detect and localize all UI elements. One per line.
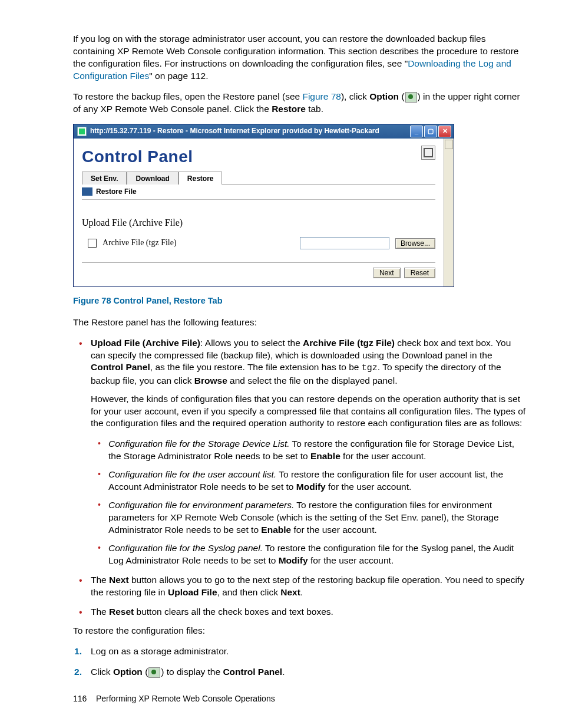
text: for the user account. bbox=[340, 451, 427, 461]
text: and select the file on the displayed pan… bbox=[227, 375, 398, 386]
upload-file-row: Archive File (tgz File) Browse... bbox=[82, 235, 435, 255]
features-intro: The Restore panel has the following feat… bbox=[73, 317, 527, 329]
option-icon bbox=[405, 92, 417, 103]
list-item: The Next button allows you to go to the … bbox=[73, 574, 527, 599]
control-panel-heading-row: Control Panel bbox=[82, 146, 435, 168]
text: Modify bbox=[279, 555, 308, 565]
text: , as the file you restore. The file exte… bbox=[150, 362, 362, 372]
text: Reset bbox=[109, 607, 134, 617]
divider bbox=[82, 262, 435, 263]
list-item: Configuration file for the Storage Devic… bbox=[91, 438, 527, 463]
text: Enable bbox=[261, 525, 291, 535]
text: Configuration file for the user account … bbox=[108, 469, 276, 479]
list-item: The Reset button clears all the check bo… bbox=[73, 606, 527, 618]
text: Click bbox=[91, 667, 113, 677]
sub-list: Configuration file for the Storage Devic… bbox=[91, 438, 527, 566]
close-button[interactable]: ✕ bbox=[438, 126, 451, 137]
page-number: 116 bbox=[73, 694, 87, 703]
text: tab. bbox=[306, 104, 323, 114]
link-figure-78[interactable]: Figure 78 bbox=[302, 91, 340, 101]
control-panel-title: Control Panel bbox=[82, 146, 193, 168]
subtab-swatch bbox=[82, 187, 92, 196]
text: Enable bbox=[310, 451, 340, 461]
minimize-button[interactable]: _ bbox=[410, 126, 423, 137]
text: Control Panel bbox=[91, 362, 150, 372]
text: , and then click bbox=[217, 587, 281, 597]
figure-78-screenshot: http://15.32.77.119 - Restore - Microsof… bbox=[73, 124, 527, 288]
ie-titlebar: http://15.32.77.119 - Restore - Microsof… bbox=[74, 124, 454, 139]
text: Upload File (Archive File) bbox=[91, 338, 200, 348]
figure-caption: Figure 78 Control Panel, Restore Tab bbox=[73, 295, 527, 307]
text: . bbox=[300, 587, 303, 597]
intro-paragraph-2: To restore the backup files, open the Re… bbox=[73, 91, 527, 116]
text: Configuration file for the Syslog panel. bbox=[108, 543, 263, 553]
steps-list: Log on as a storage administrator. Click… bbox=[73, 645, 527, 678]
maximize-button[interactable]: ▢ bbox=[424, 126, 437, 137]
ie-window-title: http://15.32.77.119 - Restore - Microsof… bbox=[90, 126, 406, 136]
text: button allows you to go to the next step… bbox=[91, 575, 524, 597]
list-item: Upload File (Archive File): Allows you t… bbox=[73, 337, 527, 567]
page-footer: 116 Performing XP Remote Web Console Ope… bbox=[73, 693, 275, 704]
text: ) to display the bbox=[161, 667, 223, 677]
step-1: Log on as a storage administrator. bbox=[73, 645, 527, 658]
archive-file-label: Archive File (tgz File) bbox=[103, 238, 177, 249]
text: Configuration file for the Storage Devic… bbox=[108, 439, 290, 449]
text: " on page 112. bbox=[149, 71, 208, 81]
step-2: Click Option () to display the Control P… bbox=[73, 666, 527, 678]
subtab-row: Restore File bbox=[82, 187, 435, 196]
text: Control Panel bbox=[223, 667, 282, 677]
option-label: Option bbox=[369, 91, 399, 101]
text: for the user account. bbox=[291, 525, 377, 535]
subtab-restore-file: Restore File bbox=[96, 187, 137, 196]
text: Upload File bbox=[168, 587, 217, 597]
text: Browse bbox=[194, 375, 227, 386]
tab-download[interactable]: Download bbox=[127, 172, 178, 185]
archive-file-path-input[interactable] bbox=[300, 237, 389, 249]
text: ( bbox=[143, 667, 148, 677]
text: . bbox=[282, 667, 285, 677]
text: To restore the backup files, open the Re… bbox=[73, 91, 302, 101]
browse-button[interactable]: Browse... bbox=[395, 238, 435, 249]
text: However, the kinds of configuration file… bbox=[91, 393, 527, 430]
text: Next bbox=[280, 587, 300, 597]
text: for the user account. bbox=[326, 482, 412, 492]
steps-intro: To restore the configuration files: bbox=[73, 625, 527, 637]
ie-app-icon bbox=[77, 127, 87, 136]
text: ( bbox=[399, 91, 404, 101]
text: ), click bbox=[341, 91, 369, 101]
text: : Allows you to select the bbox=[200, 338, 303, 348]
list-item: Configuration file for the Syslog panel.… bbox=[91, 542, 527, 567]
option-icon-button[interactable] bbox=[421, 146, 435, 160]
archive-file-checkbox[interactable] bbox=[88, 239, 97, 248]
code: tgz bbox=[362, 363, 378, 373]
text: The bbox=[91, 575, 109, 585]
text: Archive File (tgz File) bbox=[303, 338, 395, 348]
upload-file-section-title: Upload File (Archive File) bbox=[82, 216, 435, 229]
text: Log on as a storage administrator. bbox=[91, 646, 229, 656]
option-icon bbox=[148, 667, 160, 678]
text: Modify bbox=[296, 482, 326, 492]
tab-set-env[interactable]: Set Env. bbox=[82, 172, 127, 185]
text: button clears all the check boxes and te… bbox=[134, 607, 333, 617]
text: The bbox=[91, 607, 109, 617]
text: Option bbox=[113, 667, 143, 677]
next-button[interactable]: Next bbox=[373, 268, 401, 278]
scrollbar[interactable] bbox=[444, 139, 454, 287]
restore-label: Restore bbox=[272, 104, 306, 114]
text: Next bbox=[109, 575, 129, 585]
text: Configuration file for environment param… bbox=[108, 500, 294, 510]
ie-content: Control Panel Set Env. Download Restore … bbox=[74, 139, 444, 287]
cp-tabs: Set Env. Download Restore bbox=[82, 171, 435, 185]
tab-restore[interactable]: Restore bbox=[178, 172, 223, 185]
divider bbox=[82, 199, 435, 200]
chapter-title: Performing XP Remote Web Console Operati… bbox=[96, 694, 275, 703]
intro-paragraph-1: If you log on with the storage administr… bbox=[73, 33, 527, 83]
list-item: Configuration file for environment param… bbox=[91, 499, 527, 536]
ie-window: http://15.32.77.119 - Restore - Microsof… bbox=[73, 124, 454, 288]
text: for the user account. bbox=[308, 555, 394, 565]
reset-button[interactable]: Reset bbox=[404, 268, 435, 278]
list-item: Configuration file for the user account … bbox=[91, 469, 527, 493]
features-list: Upload File (Archive File): Allows you t… bbox=[73, 337, 527, 618]
